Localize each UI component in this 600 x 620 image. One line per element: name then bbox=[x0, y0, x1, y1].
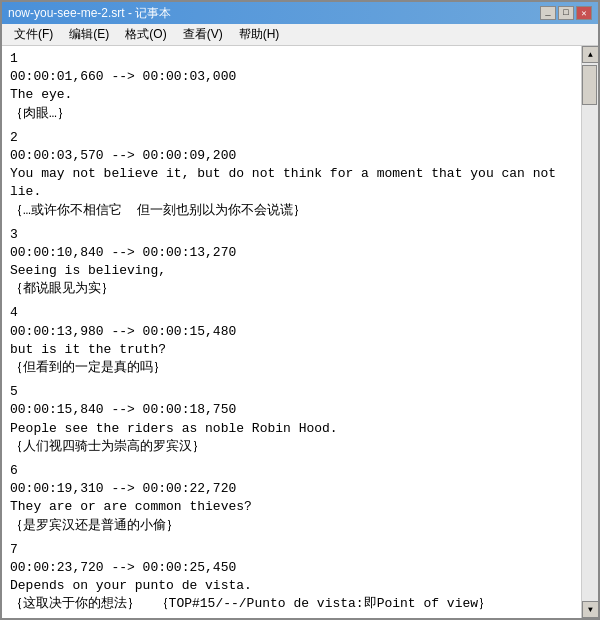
content-area: 100:00:01,660 --> 00:00:03,000The eye.｛肉… bbox=[2, 46, 598, 618]
menu-format[interactable]: 格式(O) bbox=[117, 24, 174, 45]
window-controls: _ □ ✕ bbox=[540, 6, 592, 20]
title-bar: now-you-see-me-2.srt - 记事本 _ □ ✕ bbox=[2, 2, 598, 24]
subtitle-block-4: 400:00:13,980 --> 00:00:15,480but is it … bbox=[10, 304, 573, 377]
subtitle-block-1: 100:00:01,660 --> 00:00:03,000The eye.｛肉… bbox=[10, 50, 573, 123]
scroll-down-arrow[interactable]: ▼ bbox=[582, 601, 598, 618]
subtitle-block-6: 600:00:19,310 --> 00:00:22,720They are o… bbox=[10, 462, 573, 535]
timestamp: 00:00:13,980 --> 00:00:15,480 bbox=[10, 323, 573, 341]
menu-view[interactable]: 查看(V) bbox=[175, 24, 231, 45]
menu-bar: 文件(F) 编辑(E) 格式(O) 查看(V) 帮助(H) bbox=[2, 24, 598, 46]
timestamp: 00:00:03,570 --> 00:00:09,200 bbox=[10, 147, 573, 165]
menu-file[interactable]: 文件(F) bbox=[6, 24, 61, 45]
text-content[interactable]: 100:00:01,660 --> 00:00:03,000The eye.｛肉… bbox=[2, 46, 581, 618]
subtitle-line: ｛人们视四骑士为崇高的罗宾汉｝ bbox=[10, 438, 573, 456]
block-number: 2 bbox=[10, 129, 573, 147]
scroll-up-arrow[interactable]: ▲ bbox=[582, 46, 598, 63]
minimize-button[interactable]: _ bbox=[540, 6, 556, 20]
subtitle-block-7: 700:00:23,720 --> 00:00:25,450Depends on… bbox=[10, 541, 573, 614]
block-number: 7 bbox=[10, 541, 573, 559]
subtitle-line: ｛肉眼…｝ bbox=[10, 105, 573, 123]
timestamp: 00:00:23,720 --> 00:00:25,450 bbox=[10, 559, 573, 577]
block-number: 1 bbox=[10, 50, 573, 68]
subtitle-line: The eye. bbox=[10, 86, 573, 104]
timestamp: 00:00:01,660 --> 00:00:03,000 bbox=[10, 68, 573, 86]
subtitle-block-5: 500:00:15,840 --> 00:00:18,750People see… bbox=[10, 383, 573, 456]
subtitle-line: ｛…或许你不相信它 但一刻也别以为你不会说谎｝ bbox=[10, 202, 573, 220]
menu-edit[interactable]: 编辑(E) bbox=[61, 24, 117, 45]
subtitle-line: Depends on your punto de vista. bbox=[10, 577, 573, 595]
block-number: 6 bbox=[10, 462, 573, 480]
scroll-thumb[interactable] bbox=[582, 65, 597, 105]
maximize-button[interactable]: □ bbox=[558, 6, 574, 20]
menu-help[interactable]: 帮助(H) bbox=[231, 24, 288, 45]
block-number: 4 bbox=[10, 304, 573, 322]
notepad-window: now-you-see-me-2.srt - 记事本 _ □ ✕ 文件(F) 编… bbox=[0, 0, 600, 620]
subtitle-line: People see the riders as noble Robin Hoo… bbox=[10, 420, 573, 438]
scroll-track[interactable] bbox=[582, 63, 598, 601]
subtitle-line: ｛这取决于你的想法｝ ｛TOP#15/--/Punto de vista:即Po… bbox=[10, 595, 573, 613]
subtitle-line: ｛是罗宾汉还是普通的小偷｝ bbox=[10, 517, 573, 535]
subtitle-block-2: 200:00:03,570 --> 00:00:09,200You may no… bbox=[10, 129, 573, 220]
subtitle-line: They are or are common thieves? bbox=[10, 498, 573, 516]
timestamp: 00:00:15,840 --> 00:00:18,750 bbox=[10, 401, 573, 419]
subtitle-line: ｛但看到的一定是真的吗｝ bbox=[10, 359, 573, 377]
subtitle-line: Seeing is believing, bbox=[10, 262, 573, 280]
scrollbar: ▲ ▼ bbox=[581, 46, 598, 618]
subtitle-line: but is it the truth? bbox=[10, 341, 573, 359]
subtitle-line: You may not believe it, but do not think… bbox=[10, 165, 573, 201]
timestamp: 00:00:10,840 --> 00:00:13,270 bbox=[10, 244, 573, 262]
timestamp: 00:00:19,310 --> 00:00:22,720 bbox=[10, 480, 573, 498]
close-button[interactable]: ✕ bbox=[576, 6, 592, 20]
window-title: now-you-see-me-2.srt - 记事本 bbox=[8, 5, 171, 22]
subtitle-line: ｛都说眼见为实｝ bbox=[10, 280, 573, 298]
block-number: 5 bbox=[10, 383, 573, 401]
block-number: 3 bbox=[10, 226, 573, 244]
subtitle-block-3: 300:00:10,840 --> 00:00:13,270Seeing is … bbox=[10, 226, 573, 299]
